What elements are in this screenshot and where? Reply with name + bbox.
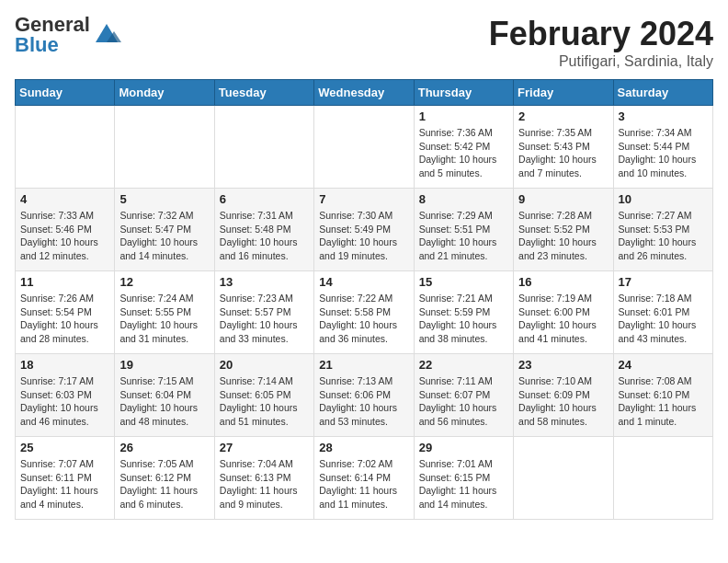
calendar-day-cell: 3Sunrise: 7:34 AM Sunset: 5:44 PM Daylig… [613, 106, 712, 189]
calendar-day-cell: 8Sunrise: 7:29 AM Sunset: 5:51 PM Daylig… [414, 189, 513, 271]
day-of-week-header: Sunday [16, 80, 115, 106]
day-detail: Sunrise: 7:02 AM Sunset: 6:14 PM Dayligh… [319, 457, 408, 511]
calendar-header-row: SundayMondayTuesdayWednesdayThursdayFrid… [16, 80, 713, 106]
day-of-week-header: Thursday [414, 80, 513, 106]
calendar-day-cell: 12Sunrise: 7:24 AM Sunset: 5:55 PM Dayli… [115, 271, 214, 354]
day-detail: Sunrise: 7:22 AM Sunset: 5:58 PM Dayligh… [319, 292, 408, 346]
calendar-day-cell: 18Sunrise: 7:17 AM Sunset: 6:03 PM Dayli… [16, 354, 115, 437]
title-block: February 2024 Putifigari, Sardinia, Ital… [489, 15, 713, 70]
day-detail: Sunrise: 7:32 AM Sunset: 5:47 PM Dayligh… [119, 209, 209, 263]
day-number: 23 [518, 358, 608, 372]
calendar-week-row: 4Sunrise: 7:33 AM Sunset: 5:46 PM Daylig… [16, 189, 713, 271]
day-detail: Sunrise: 7:19 AM Sunset: 6:00 PM Dayligh… [518, 292, 608, 346]
day-number: 2 [518, 109, 608, 123]
day-detail: Sunrise: 7:34 AM Sunset: 5:44 PM Dayligh… [619, 126, 708, 180]
day-number: 20 [220, 358, 309, 372]
day-number: 28 [319, 441, 408, 454]
calendar-day-cell: 7Sunrise: 7:30 AM Sunset: 5:49 PM Daylig… [314, 189, 414, 271]
day-detail: Sunrise: 7:35 AM Sunset: 5:43 PM Dayligh… [518, 126, 608, 180]
day-detail: Sunrise: 7:07 AM Sunset: 6:11 PM Dayligh… [20, 457, 109, 511]
calendar-day-cell: 13Sunrise: 7:23 AM Sunset: 5:57 PM Dayli… [214, 271, 313, 354]
day-number: 14 [319, 275, 408, 289]
day-number: 4 [20, 192, 109, 206]
day-number: 25 [20, 441, 109, 454]
day-number: 22 [419, 358, 508, 372]
calendar-day-cell: 4Sunrise: 7:33 AM Sunset: 5:46 PM Daylig… [16, 189, 115, 271]
day-of-week-header: Monday [115, 80, 214, 106]
day-detail: Sunrise: 7:15 AM Sunset: 6:04 PM Dayligh… [119, 374, 209, 429]
day-of-week-header: Saturday [613, 80, 712, 106]
calendar-day-cell: 24Sunrise: 7:08 AM Sunset: 6:10 PM Dayli… [613, 354, 712, 437]
day-number: 9 [518, 192, 608, 206]
day-detail: Sunrise: 7:17 AM Sunset: 6:03 PM Dayligh… [20, 374, 109, 429]
calendar-day-cell: 1Sunrise: 7:36 AM Sunset: 5:42 PM Daylig… [414, 106, 513, 189]
day-detail: Sunrise: 7:10 AM Sunset: 6:09 PM Dayligh… [518, 374, 608, 429]
calendar-day-cell: 10Sunrise: 7:27 AM Sunset: 5:53 PM Dayli… [613, 189, 712, 271]
day-of-week-header: Tuesday [214, 80, 313, 106]
calendar-day-cell: 14Sunrise: 7:22 AM Sunset: 5:58 PM Dayli… [314, 271, 414, 354]
day-detail: Sunrise: 7:30 AM Sunset: 5:49 PM Dayligh… [319, 209, 408, 263]
day-detail: Sunrise: 7:01 AM Sunset: 6:15 PM Dayligh… [419, 457, 508, 511]
day-detail: Sunrise: 7:36 AM Sunset: 5:42 PM Dayligh… [419, 126, 508, 180]
calendar-day-cell: 26Sunrise: 7:05 AM Sunset: 6:12 PM Dayli… [115, 437, 214, 520]
day-detail: Sunrise: 7:13 AM Sunset: 6:06 PM Dayligh… [319, 374, 408, 429]
calendar-day-cell: 20Sunrise: 7:14 AM Sunset: 6:05 PM Dayli… [214, 354, 313, 437]
day-number: 7 [319, 192, 408, 206]
day-detail: Sunrise: 7:04 AM Sunset: 6:13 PM Dayligh… [220, 457, 309, 511]
day-number: 19 [119, 358, 209, 372]
calendar-week-row: 11Sunrise: 7:26 AM Sunset: 5:54 PM Dayli… [16, 271, 713, 354]
calendar-week-row: 1Sunrise: 7:36 AM Sunset: 5:42 PM Daylig… [16, 106, 713, 189]
calendar-day-cell: 15Sunrise: 7:21 AM Sunset: 5:59 PM Dayli… [414, 271, 513, 354]
calendar-day-cell [613, 437, 712, 520]
location: Putifigari, Sardinia, Italy [489, 53, 713, 70]
calendar-day-cell: 9Sunrise: 7:28 AM Sunset: 5:52 PM Daylig… [514, 189, 613, 271]
calendar-week-row: 18Sunrise: 7:17 AM Sunset: 6:03 PM Dayli… [16, 354, 713, 437]
day-detail: Sunrise: 7:26 AM Sunset: 5:54 PM Dayligh… [20, 292, 109, 346]
calendar-day-cell [314, 106, 414, 189]
calendar-day-cell: 21Sunrise: 7:13 AM Sunset: 6:06 PM Dayli… [314, 354, 414, 437]
calendar-day-cell: 27Sunrise: 7:04 AM Sunset: 6:13 PM Dayli… [214, 437, 313, 520]
day-detail: Sunrise: 7:11 AM Sunset: 6:07 PM Dayligh… [419, 374, 508, 429]
day-of-week-header: Friday [514, 80, 613, 106]
day-number: 26 [119, 441, 209, 454]
day-number: 8 [419, 192, 508, 206]
day-number: 1 [419, 109, 508, 123]
calendar-day-cell [16, 106, 115, 189]
day-detail: Sunrise: 7:31 AM Sunset: 5:48 PM Dayligh… [220, 209, 309, 263]
calendar-day-cell: 28Sunrise: 7:02 AM Sunset: 6:14 PM Dayli… [314, 437, 414, 520]
logo: General Blue [15, 15, 121, 55]
day-number: 13 [220, 275, 309, 289]
day-number: 12 [119, 275, 209, 289]
day-detail: Sunrise: 7:08 AM Sunset: 6:10 PM Dayligh… [619, 374, 708, 429]
day-detail: Sunrise: 7:27 AM Sunset: 5:53 PM Dayligh… [619, 209, 708, 263]
day-number: 29 [419, 441, 508, 454]
day-number: 11 [20, 275, 109, 289]
logo-general: General [15, 15, 90, 35]
day-number: 6 [220, 192, 309, 206]
day-detail: Sunrise: 7:23 AM Sunset: 5:57 PM Dayligh… [220, 292, 309, 346]
day-detail: Sunrise: 7:24 AM Sunset: 5:55 PM Dayligh… [119, 292, 209, 346]
day-number: 5 [119, 192, 209, 206]
calendar-day-cell: 22Sunrise: 7:11 AM Sunset: 6:07 PM Dayli… [414, 354, 513, 437]
calendar-day-cell: 6Sunrise: 7:31 AM Sunset: 5:48 PM Daylig… [214, 189, 313, 271]
calendar-day-cell [514, 437, 613, 520]
calendar-day-cell: 11Sunrise: 7:26 AM Sunset: 5:54 PM Dayli… [16, 271, 115, 354]
day-detail: Sunrise: 7:05 AM Sunset: 6:12 PM Dayligh… [119, 457, 209, 511]
calendar-table: SundayMondayTuesdayWednesdayThursdayFrid… [15, 79, 713, 520]
day-detail: Sunrise: 7:29 AM Sunset: 5:51 PM Dayligh… [419, 209, 508, 263]
day-detail: Sunrise: 7:33 AM Sunset: 5:46 PM Dayligh… [20, 209, 109, 263]
logo-text: General Blue [15, 15, 90, 55]
calendar-day-cell: 23Sunrise: 7:10 AM Sunset: 6:09 PM Dayli… [514, 354, 613, 437]
day-number: 27 [220, 441, 309, 454]
day-detail: Sunrise: 7:21 AM Sunset: 5:59 PM Dayligh… [419, 292, 508, 346]
day-number: 16 [518, 275, 608, 289]
calendar-day-cell: 16Sunrise: 7:19 AM Sunset: 6:00 PM Dayli… [514, 271, 613, 354]
day-number: 15 [419, 275, 508, 289]
calendar-day-cell: 17Sunrise: 7:18 AM Sunset: 6:01 PM Dayli… [613, 271, 712, 354]
calendar-week-row: 25Sunrise: 7:07 AM Sunset: 6:11 PM Dayli… [16, 437, 713, 520]
day-number: 3 [619, 109, 708, 123]
calendar-day-cell [214, 106, 313, 189]
day-number: 17 [619, 275, 708, 289]
month-title: February 2024 [489, 15, 713, 53]
day-of-week-header: Wednesday [314, 80, 414, 106]
